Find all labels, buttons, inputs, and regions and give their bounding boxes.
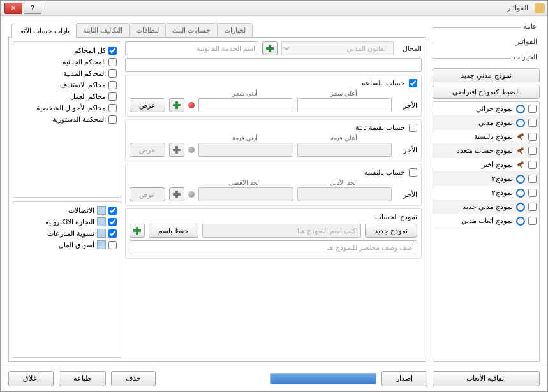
percent-add-button [169,187,184,201]
model-item-checkbox[interactable] [528,147,537,155]
footer: اتفاقية الأتعاب إصدار حذف طباعة إغلاق [1,365,547,391]
sidebar-section-general: عامة [433,22,540,33]
court-checkbox[interactable] [108,69,117,78]
clock-icon [515,216,526,226]
hourly-section: حساب بالساعة أعلى سعرأدنى سعر الأجر عرض [125,75,422,117]
fixed-view-button: عرض [130,143,165,157]
model-new-button[interactable]: نموذج جديد [365,224,417,238]
model-item-label: نموذج مدني [436,119,513,127]
model-list-item[interactable]: نموذج٢ [433,186,539,200]
category-checkbox[interactable] [108,207,117,215]
service-name-input[interactable] [125,41,258,55]
model-list-item[interactable]: نموذج أخير [433,158,539,172]
model-item-label: نموذج مدني جديد [436,203,513,211]
close-button[interactable]: إغلاق [8,371,54,386]
print-button[interactable]: طباعة [59,371,106,386]
category-row[interactable]: تسوية المنازعات [17,228,117,239]
issue-button[interactable]: إصدار [381,371,427,386]
status-dot-red [188,102,195,108]
fixed-checkbox[interactable] [409,124,417,132]
court-row[interactable]: المحاكم المدنية [17,68,117,79]
field-label: المجال [397,45,422,53]
new-civil-model-button[interactable]: نموذج مدني جديد [433,68,540,82]
percent-view-button: عرض [130,187,165,201]
plus-icon [173,191,181,198]
titlebar: ✕ ? الفواتير [1,1,547,16]
category-icon [97,206,106,215]
hourly-min-input[interactable] [198,98,293,112]
model-item-label: نموذج أتعاب مدني [436,217,513,225]
model-title: نموذج الحساب [375,213,417,221]
model-item-checkbox[interactable] [528,119,537,127]
model-list-item[interactable]: نموذج جزائي [433,102,539,116]
model-item-checkbox[interactable] [528,217,537,225]
set-default-model-button[interactable]: الضبط كنموذج افتراضي [433,85,540,99]
category-checkbox[interactable] [108,241,117,249]
category-label: الاتصالات [68,207,94,215]
window-close-button[interactable]: ✕ [4,3,22,14]
court-checkbox[interactable] [108,104,117,112]
model-item-label: نموذج بالنسبة [436,133,513,141]
court-label: محاكم العمل [70,92,106,101]
court-checkbox[interactable] [108,58,117,66]
hourly-view-button[interactable]: عرض [130,98,165,112]
courts-list: كل المحاكمالمحاكم الجنائيةالمحاكم المدني… [13,41,121,198]
delete-button[interactable]: حذف [111,371,156,386]
hourly-checkbox[interactable] [409,79,417,87]
model-item-label: نموذج حساب متعدد [436,147,513,155]
court-checkbox[interactable] [108,92,117,101]
fixed-section: حساب بقيمة ثابتة أعلى قيمةأدنى قيمة الأج… [125,119,422,161]
tab-2[interactable]: لبطاقات [129,23,166,37]
model-item-checkbox[interactable] [528,105,537,113]
model-list-item[interactable]: نموذج بالنسبة [433,130,539,144]
hourly-max-input[interactable] [297,98,392,112]
court-row[interactable]: المحاكم الجنائية [17,56,117,68]
model-save-button[interactable]: حفظ باسم [149,224,198,238]
app-icon [535,3,545,13]
model-desc-input[interactable] [130,240,417,254]
categories-list: الاتصالاتالتجارة الالكترونيةتسوية المناز… [13,201,121,358]
court-checkbox[interactable] [108,47,117,55]
tab-3[interactable]: حسابات البنك [165,23,218,37]
model-item-checkbox[interactable] [528,203,537,211]
hammer-icon [515,132,526,142]
category-row[interactable]: أسواق المال [17,239,117,250]
court-row[interactable]: محاكم الاستئناف [17,79,117,91]
category-checkbox[interactable] [108,229,117,238]
tab-0[interactable]: يارات حساب الأتعـ [11,24,77,38]
tab-4[interactable]: لخيارات [217,23,253,37]
field-add-button[interactable] [262,41,278,55]
model-item-checkbox[interactable] [528,161,537,169]
progress-bar [270,373,376,384]
model-item-checkbox[interactable] [528,189,537,197]
model-item-label: نموذج جزائي [436,105,513,113]
category-checkbox[interactable] [108,218,117,226]
percent-section: حساب بالنسبة الحد الأدنىالحد الاقصى الأج… [125,164,422,206]
hourly-add-button[interactable] [169,98,184,112]
model-list-item[interactable]: نموذج مدني جديد [433,200,539,214]
model-list-item[interactable]: نموذج٢ [433,172,539,186]
model-list: نموذج جزائي نموذج مدني نموذج بالنسبة نمو… [433,101,540,362]
model-list-item[interactable]: نموذج مدني [433,116,539,130]
court-row[interactable]: محاكم الأحوال الشخصية [17,102,117,113]
court-checkbox[interactable] [108,81,117,89]
model-item-checkbox[interactable] [528,175,537,183]
court-row[interactable]: كل المحاكم [17,45,117,56]
category-icon [97,240,106,249]
model-list-item[interactable]: نموذج أتعاب مدني [433,214,539,228]
percent-checkbox[interactable] [409,168,417,177]
tab-1[interactable]: التكاليف الثابتة [76,23,130,37]
fixed-add-button [169,143,184,157]
agreement-button[interactable]: اتفاقية الأتعاب [433,371,540,386]
model-list-item[interactable]: نموذج حساب متعدد [433,144,539,158]
model-add-button[interactable] [130,224,145,238]
court-checkbox[interactable] [108,115,117,124]
category-row[interactable]: التجارة الالكترونية [17,216,117,228]
court-row[interactable]: المحكمة الدستورية [17,113,117,125]
court-row[interactable]: محاكم العمل [17,91,117,102]
window-help-button[interactable]: ? [24,3,41,14]
sidebar-section-options: الخيارات [433,53,540,63]
service-full-input[interactable] [125,58,422,72]
category-row[interactable]: الاتصالات [17,205,117,216]
model-item-checkbox[interactable] [528,133,537,141]
